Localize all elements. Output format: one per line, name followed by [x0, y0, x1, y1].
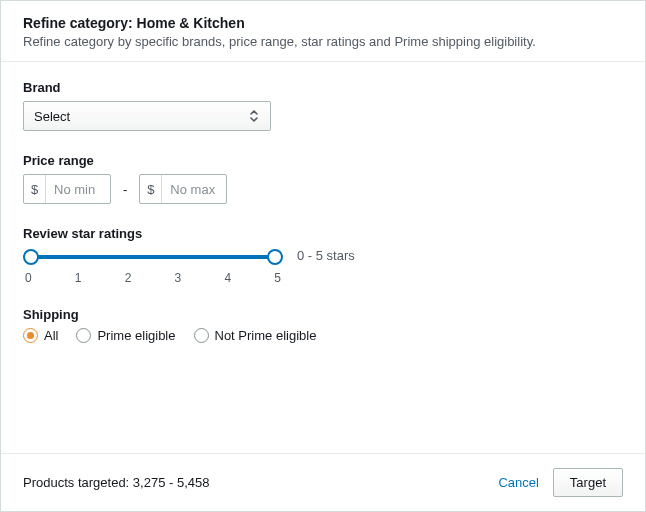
shipping-option-all[interactable]: All [23, 328, 58, 343]
slider-track [29, 255, 277, 259]
price-range-label: Price range [23, 153, 623, 168]
price-separator: - [119, 182, 131, 197]
radio-icon [23, 328, 38, 343]
brand-select[interactable]: Select [23, 101, 271, 131]
target-button[interactable]: Target [553, 468, 623, 497]
slider-tick: 1 [75, 271, 82, 285]
star-ratings-label: Review star ratings [23, 226, 623, 241]
currency-symbol: $ [24, 175, 46, 203]
refine-category-modal: Refine category: Home & Kitchen Refine c… [0, 0, 646, 512]
radio-icon [76, 328, 91, 343]
slider-ticks: 0 1 2 3 4 5 [23, 271, 283, 285]
slider-thumb-max[interactable] [267, 249, 283, 265]
caret-sort-icon [244, 106, 264, 126]
star-ratings-slider[interactable] [23, 249, 283, 265]
modal-subtitle: Refine category by specific brands, pric… [23, 34, 623, 49]
price-max-box: $ [139, 174, 227, 204]
brand-select-value: Select [34, 109, 70, 124]
modal-footer: Products targeted: 3,275 - 5,458 Cancel … [1, 453, 645, 511]
star-ratings-section: Review star ratings 0 1 2 3 4 5 [23, 226, 623, 285]
shipping-option-label: Prime eligible [97, 328, 175, 343]
price-min-box: $ [23, 174, 111, 204]
shipping-option-prime[interactable]: Prime eligible [76, 328, 175, 343]
slider-thumb-min[interactable] [23, 249, 39, 265]
price-range-section: Price range $ - $ [23, 153, 623, 204]
shipping-option-not-prime[interactable]: Not Prime eligible [194, 328, 317, 343]
slider-tick: 2 [125, 271, 132, 285]
products-targeted-label: Products targeted: 3,275 - 5,458 [23, 475, 494, 490]
shipping-section: Shipping All Prime eligible Not Prime el… [23, 307, 623, 343]
brand-label: Brand [23, 80, 623, 95]
slider-tick: 5 [274, 271, 281, 285]
radio-icon [194, 328, 209, 343]
currency-symbol: $ [140, 175, 162, 203]
modal-title: Refine category: Home & Kitchen [23, 15, 623, 31]
cancel-button[interactable]: Cancel [494, 469, 542, 496]
brand-section: Brand Select [23, 80, 623, 131]
shipping-option-label: All [44, 328, 58, 343]
modal-header: Refine category: Home & Kitchen Refine c… [1, 1, 645, 62]
slider-tick: 4 [224, 271, 231, 285]
slider-tick: 0 [25, 271, 32, 285]
shipping-label: Shipping [23, 307, 623, 322]
price-min-input[interactable] [46, 175, 110, 203]
slider-tick: 3 [175, 271, 182, 285]
shipping-option-label: Not Prime eligible [215, 328, 317, 343]
slider-range-label: 0 - 5 stars [297, 247, 355, 263]
price-max-input[interactable] [162, 175, 226, 203]
modal-body: Brand Select Price range $ - [1, 62, 645, 453]
